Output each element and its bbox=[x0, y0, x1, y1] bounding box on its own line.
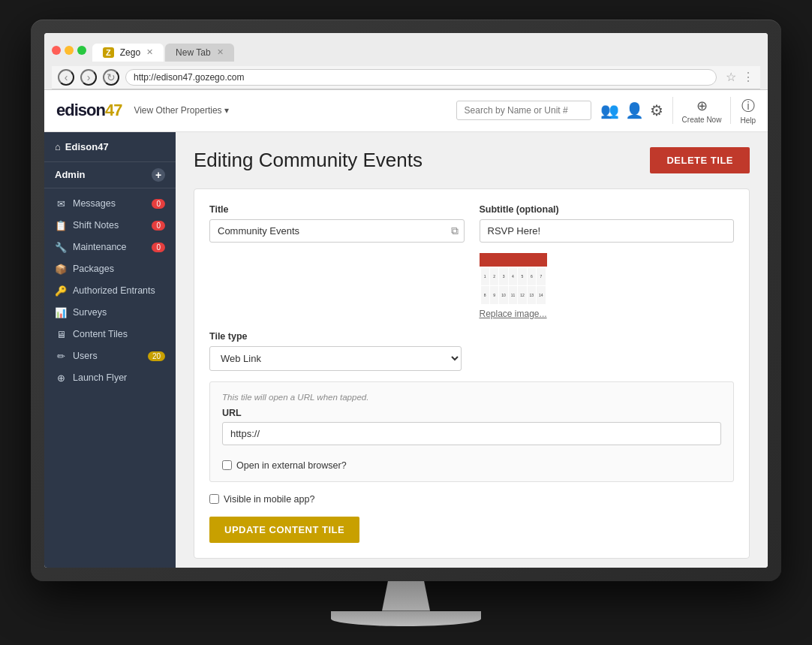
sidebar-add-button[interactable]: + bbox=[152, 168, 165, 182]
sidebar-item-messages[interactable]: ✉ Messages 0 bbox=[44, 193, 176, 215]
browser-chrome: Z Zego ✕ New Tab ✕ ‹ › ↻ http://edis bbox=[44, 33, 768, 90]
maintenance-badge: 0 bbox=[152, 243, 165, 252]
sidebar-item-shift-notes[interactable]: 📋 Shift Notes 0 bbox=[44, 215, 176, 237]
form-card: Title ⧉ Subtitle (optional) bbox=[194, 188, 750, 559]
create-now-label: Create Now bbox=[682, 116, 722, 124]
cal-cell: 2 bbox=[490, 268, 498, 286]
cal-cell: 13 bbox=[528, 286, 536, 304]
authorized-entrants-icon: 🔑 bbox=[55, 285, 67, 297]
tab-zego-label: Zego bbox=[120, 47, 140, 58]
bookmark-icon[interactable]: ☆ bbox=[726, 70, 736, 84]
cal-cell: 14 bbox=[537, 286, 545, 304]
menu-icon[interactable]: ⋮ bbox=[742, 70, 754, 84]
close-newtab-icon[interactable]: ✕ bbox=[217, 47, 224, 57]
visible-mobile-checkbox[interactable] bbox=[209, 494, 219, 504]
sidebar-surveys-label: Surveys bbox=[73, 307, 107, 318]
tab-new-label: New Tab bbox=[176, 47, 210, 58]
main-content: Editing Community Events DELETE TILE Tit… bbox=[176, 132, 768, 568]
admin-label: Admin bbox=[55, 169, 85, 180]
address-bar-row: ‹ › ↻ http://edison47.gozego.com ☆ ⋮ bbox=[52, 66, 760, 89]
create-now-action[interactable]: ⊕ Create Now bbox=[682, 98, 722, 124]
back-button[interactable]: ‹ bbox=[58, 69, 74, 86]
tile-type-select[interactable]: Web Link PDF Survey Internal Page bbox=[209, 346, 462, 371]
sidebar-item-content-tiles[interactable]: 🖥 Content Tiles bbox=[44, 324, 176, 345]
tab-zego[interactable]: Z Zego ✕ bbox=[92, 44, 164, 62]
help-icon: ⓘ bbox=[741, 97, 755, 115]
open-external-checkbox[interactable] bbox=[222, 460, 232, 470]
copy-icon[interactable]: ⧉ bbox=[451, 225, 459, 237]
zego-tab-icon: Z bbox=[103, 47, 114, 58]
url-input[interactable] bbox=[222, 422, 721, 445]
app-layout: ⌂ Edison47 Admin + ✉ Messages 0 bbox=[44, 132, 768, 568]
tile-type-row: Tile type Web Link PDF Survey Internal P… bbox=[209, 331, 734, 371]
close-tab-icon[interactable]: ✕ bbox=[146, 47, 153, 57]
messages-icon: ✉ bbox=[55, 198, 67, 209]
title-group: Title ⧉ bbox=[209, 204, 465, 319]
residents-icon[interactable]: 👥 bbox=[600, 101, 619, 119]
subtitle-group: Subtitle (optional) 1 bbox=[480, 204, 735, 319]
app-navbar: edison47 View Other Properties ▾ 👥 👤 ⚙ ⊕… bbox=[44, 90, 768, 132]
surveys-icon: 📊 bbox=[55, 307, 67, 318]
maximize-window-button[interactable] bbox=[77, 46, 86, 55]
sidebar-property: ⌂ Edison47 bbox=[55, 141, 109, 152]
cal-cell: 4 bbox=[509, 268, 517, 286]
sidebar-shift-notes-label: Shift Notes bbox=[73, 220, 119, 231]
monitor-stand bbox=[331, 581, 481, 626]
sidebar-item-packages[interactable]: 📦 Packages bbox=[44, 258, 176, 280]
help-action[interactable]: ⓘ Help bbox=[740, 97, 756, 125]
tab-new[interactable]: New Tab ✕ bbox=[165, 44, 233, 62]
title-subtitle-row: Title ⧉ Subtitle (optional) bbox=[209, 204, 734, 319]
refresh-button[interactable]: ↻ bbox=[103, 69, 119, 86]
navbar-icons: 👥 👤 ⚙ bbox=[600, 101, 663, 119]
minimize-window-button[interactable] bbox=[65, 46, 74, 55]
sidebar-nav: ✉ Messages 0 📋 Shift Notes 0 🔧 Maintenan… bbox=[44, 188, 176, 393]
launch-flyer-icon: ⊕ bbox=[55, 372, 67, 384]
users-badge: 20 bbox=[148, 351, 165, 361]
subtitle-input[interactable] bbox=[480, 219, 735, 243]
title-input-wrapper: ⧉ bbox=[209, 219, 465, 243]
sidebar-item-launch-flyer[interactable]: ⊕ Launch Flyer bbox=[44, 367, 176, 389]
update-content-tile-button[interactable]: UPDATE CONTENT TILE bbox=[209, 517, 359, 543]
visible-mobile-label: Visible in mobile app? bbox=[224, 494, 314, 505]
cal-cell: 10 bbox=[499, 286, 507, 304]
sidebar-authorized-entrants-label: Authorized Entrants bbox=[73, 285, 155, 296]
tile-type-group: Tile type Web Link PDF Survey Internal P… bbox=[209, 331, 462, 371]
title-input[interactable] bbox=[209, 219, 465, 243]
forward-button[interactable]: › bbox=[80, 69, 97, 86]
open-external-label: Open in external browser? bbox=[236, 460, 347, 471]
sidebar-item-surveys[interactable]: 📊 Surveys bbox=[44, 302, 176, 324]
replace-image-link[interactable]: Replace image... bbox=[480, 309, 735, 319]
stand-neck bbox=[376, 581, 436, 611]
cal-cell: 8 bbox=[481, 286, 489, 304]
sidebar-content-tiles-label: Content Tiles bbox=[73, 329, 128, 339]
window-buttons bbox=[52, 46, 86, 55]
url-label: URL bbox=[222, 408, 721, 418]
sidebar-item-authorized-entrants[interactable]: 🔑 Authorized Entrants bbox=[44, 280, 176, 302]
sidebar-item-users[interactable]: ✏ Users 20 bbox=[44, 345, 176, 367]
sidebar-messages-label: Messages bbox=[73, 198, 116, 209]
tab-bar: Z Zego ✕ New Tab ✕ bbox=[92, 44, 234, 62]
shift-notes-icon: 📋 bbox=[55, 220, 67, 231]
delete-tile-button[interactable]: DELETE TILE bbox=[650, 147, 750, 173]
close-window-button[interactable] bbox=[52, 46, 61, 55]
title-label: Title bbox=[209, 204, 465, 215]
shift-notes-badge: 0 bbox=[152, 221, 165, 231]
messages-badge: 0 bbox=[152, 199, 165, 209]
screen: Z Zego ✕ New Tab ✕ ‹ › ↻ http://edis bbox=[44, 33, 768, 568]
sidebar-launch-flyer-label: Launch Flyer bbox=[73, 372, 127, 383]
users-icon[interactable]: 👤 bbox=[625, 101, 644, 119]
settings-icon[interactable]: ⚙ bbox=[650, 101, 663, 119]
cal-body: 1 2 3 4 5 6 7 8 bbox=[480, 267, 547, 306]
navbar-right: 👥 👤 ⚙ ⊕ Create Now ⓘ Help bbox=[456, 97, 756, 125]
cal-cell: 6 bbox=[528, 268, 536, 286]
stand-base bbox=[331, 611, 481, 626]
cal-header bbox=[480, 253, 547, 267]
view-properties-button[interactable]: View Other Properties ▾ bbox=[134, 105, 229, 116]
image-preview: 1 2 3 4 5 6 7 8 bbox=[480, 253, 547, 306]
address-bar[interactable]: http://edison47.gozego.com bbox=[125, 69, 717, 86]
sidebar-item-maintenance[interactable]: 🔧 Maintenance 0 bbox=[44, 237, 176, 258]
logo-area: edison47 bbox=[56, 101, 122, 120]
browser-actions: ☆ ⋮ bbox=[726, 70, 754, 84]
monitor-wrapper: Z Zego ✕ New Tab ✕ ‹ › ↻ http://edis bbox=[31, 20, 781, 626]
search-input[interactable] bbox=[456, 101, 591, 120]
